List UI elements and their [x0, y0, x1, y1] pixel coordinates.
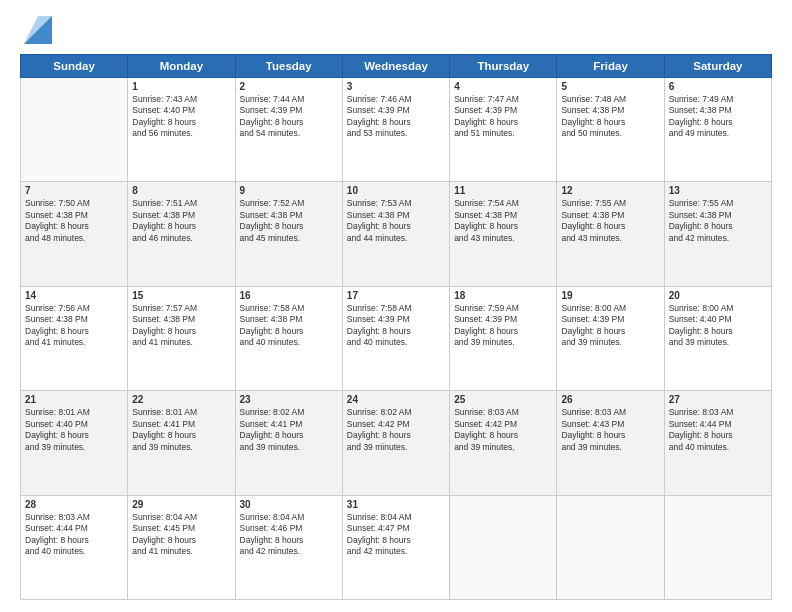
sunset-text: Sunset: 4:39 PM — [454, 105, 552, 116]
calendar-cell — [450, 495, 557, 599]
cell-details: Sunrise: 7:58 AMSunset: 4:39 PMDaylight:… — [347, 303, 445, 349]
day-number: 3 — [347, 81, 445, 92]
calendar-cell: 26Sunrise: 8:03 AMSunset: 4:43 PMDayligh… — [557, 391, 664, 495]
day-number: 1 — [132, 81, 230, 92]
sunrise-text: Sunrise: 7:49 AM — [669, 94, 767, 105]
calendar-cell: 4Sunrise: 7:47 AMSunset: 4:39 PMDaylight… — [450, 78, 557, 182]
daylight-minutes: and 39 minutes. — [561, 442, 659, 453]
daylight-hours: Daylight: 8 hours — [132, 430, 230, 441]
sunset-text: Sunset: 4:39 PM — [240, 105, 338, 116]
daylight-hours: Daylight: 8 hours — [132, 326, 230, 337]
sunrise-text: Sunrise: 7:47 AM — [454, 94, 552, 105]
weekday-header-thursday: Thursday — [450, 55, 557, 78]
daylight-hours: Daylight: 8 hours — [454, 117, 552, 128]
daylight-minutes: and 40 minutes. — [669, 442, 767, 453]
cell-details: Sunrise: 7:53 AMSunset: 4:38 PMDaylight:… — [347, 198, 445, 244]
daylight-minutes: and 46 minutes. — [132, 233, 230, 244]
logo-icon — [24, 16, 52, 44]
day-number: 6 — [669, 81, 767, 92]
day-number: 27 — [669, 394, 767, 405]
daylight-minutes: and 48 minutes. — [25, 233, 123, 244]
sunset-text: Sunset: 4:47 PM — [347, 523, 445, 534]
daylight-hours: Daylight: 8 hours — [347, 430, 445, 441]
cell-details: Sunrise: 8:03 AMSunset: 4:42 PMDaylight:… — [454, 407, 552, 453]
daylight-hours: Daylight: 8 hours — [240, 221, 338, 232]
sunset-text: Sunset: 4:43 PM — [561, 419, 659, 430]
day-number: 31 — [347, 499, 445, 510]
weekday-header-tuesday: Tuesday — [235, 55, 342, 78]
sunset-text: Sunset: 4:38 PM — [561, 210, 659, 221]
calendar-cell: 11Sunrise: 7:54 AMSunset: 4:38 PMDayligh… — [450, 182, 557, 286]
logo — [20, 16, 52, 44]
sunrise-text: Sunrise: 8:01 AM — [25, 407, 123, 418]
daylight-minutes: and 39 minutes. — [561, 337, 659, 348]
cell-details: Sunrise: 8:00 AMSunset: 4:40 PMDaylight:… — [669, 303, 767, 349]
daylight-hours: Daylight: 8 hours — [132, 221, 230, 232]
daylight-minutes: and 39 minutes. — [25, 442, 123, 453]
cell-details: Sunrise: 7:55 AMSunset: 4:38 PMDaylight:… — [669, 198, 767, 244]
daylight-hours: Daylight: 8 hours — [240, 430, 338, 441]
calendar-cell: 17Sunrise: 7:58 AMSunset: 4:39 PMDayligh… — [342, 286, 449, 390]
day-number: 21 — [25, 394, 123, 405]
calendar-week-row: 21Sunrise: 8:01 AMSunset: 4:40 PMDayligh… — [21, 391, 772, 495]
weekday-header-saturday: Saturday — [664, 55, 771, 78]
daylight-hours: Daylight: 8 hours — [454, 221, 552, 232]
sunset-text: Sunset: 4:40 PM — [669, 314, 767, 325]
cell-details: Sunrise: 8:03 AMSunset: 4:43 PMDaylight:… — [561, 407, 659, 453]
daylight-hours: Daylight: 8 hours — [240, 535, 338, 546]
cell-details: Sunrise: 8:01 AMSunset: 4:41 PMDaylight:… — [132, 407, 230, 453]
daylight-hours: Daylight: 8 hours — [132, 535, 230, 546]
cell-details: Sunrise: 8:00 AMSunset: 4:39 PMDaylight:… — [561, 303, 659, 349]
calendar-week-row: 1Sunrise: 7:43 AMSunset: 4:40 PMDaylight… — [21, 78, 772, 182]
daylight-hours: Daylight: 8 hours — [347, 535, 445, 546]
daylight-minutes: and 40 minutes. — [347, 337, 445, 348]
calendar-cell: 29Sunrise: 8:04 AMSunset: 4:45 PMDayligh… — [128, 495, 235, 599]
daylight-minutes: and 42 minutes. — [669, 233, 767, 244]
day-number: 8 — [132, 185, 230, 196]
daylight-minutes: and 39 minutes. — [240, 442, 338, 453]
cell-details: Sunrise: 7:57 AMSunset: 4:38 PMDaylight:… — [132, 303, 230, 349]
sunrise-text: Sunrise: 7:58 AM — [240, 303, 338, 314]
sunset-text: Sunset: 4:46 PM — [240, 523, 338, 534]
sunrise-text: Sunrise: 8:01 AM — [132, 407, 230, 418]
daylight-hours: Daylight: 8 hours — [132, 117, 230, 128]
calendar-cell: 31Sunrise: 8:04 AMSunset: 4:47 PMDayligh… — [342, 495, 449, 599]
sunset-text: Sunset: 4:38 PM — [132, 314, 230, 325]
cell-details: Sunrise: 7:52 AMSunset: 4:38 PMDaylight:… — [240, 198, 338, 244]
sunset-text: Sunset: 4:38 PM — [669, 105, 767, 116]
daylight-hours: Daylight: 8 hours — [561, 430, 659, 441]
calendar-table: SundayMondayTuesdayWednesdayThursdayFrid… — [20, 54, 772, 600]
daylight-hours: Daylight: 8 hours — [669, 430, 767, 441]
calendar-cell: 23Sunrise: 8:02 AMSunset: 4:41 PMDayligh… — [235, 391, 342, 495]
daylight-minutes: and 39 minutes. — [669, 337, 767, 348]
calendar-cell: 12Sunrise: 7:55 AMSunset: 4:38 PMDayligh… — [557, 182, 664, 286]
daylight-hours: Daylight: 8 hours — [25, 221, 123, 232]
sunset-text: Sunset: 4:41 PM — [240, 419, 338, 430]
calendar-cell: 15Sunrise: 7:57 AMSunset: 4:38 PMDayligh… — [128, 286, 235, 390]
daylight-hours: Daylight: 8 hours — [669, 221, 767, 232]
daylight-minutes: and 40 minutes. — [25, 546, 123, 557]
day-number: 17 — [347, 290, 445, 301]
cell-details: Sunrise: 7:55 AMSunset: 4:38 PMDaylight:… — [561, 198, 659, 244]
sunset-text: Sunset: 4:39 PM — [561, 314, 659, 325]
daylight-minutes: and 54 minutes. — [240, 128, 338, 139]
day-number: 22 — [132, 394, 230, 405]
sunrise-text: Sunrise: 8:04 AM — [240, 512, 338, 523]
sunset-text: Sunset: 4:38 PM — [347, 210, 445, 221]
sunrise-text: Sunrise: 8:03 AM — [561, 407, 659, 418]
sunset-text: Sunset: 4:39 PM — [454, 314, 552, 325]
sunset-text: Sunset: 4:38 PM — [240, 314, 338, 325]
day-number: 24 — [347, 394, 445, 405]
daylight-minutes: and 41 minutes. — [132, 337, 230, 348]
calendar-cell: 24Sunrise: 8:02 AMSunset: 4:42 PMDayligh… — [342, 391, 449, 495]
cell-details: Sunrise: 7:54 AMSunset: 4:38 PMDaylight:… — [454, 198, 552, 244]
weekday-header-row: SundayMondayTuesdayWednesdayThursdayFrid… — [21, 55, 772, 78]
weekday-header-friday: Friday — [557, 55, 664, 78]
cell-details: Sunrise: 7:56 AMSunset: 4:38 PMDaylight:… — [25, 303, 123, 349]
daylight-minutes: and 43 minutes. — [454, 233, 552, 244]
day-number: 20 — [669, 290, 767, 301]
day-number: 19 — [561, 290, 659, 301]
calendar-cell: 13Sunrise: 7:55 AMSunset: 4:38 PMDayligh… — [664, 182, 771, 286]
day-number: 15 — [132, 290, 230, 301]
weekday-header-wednesday: Wednesday — [342, 55, 449, 78]
